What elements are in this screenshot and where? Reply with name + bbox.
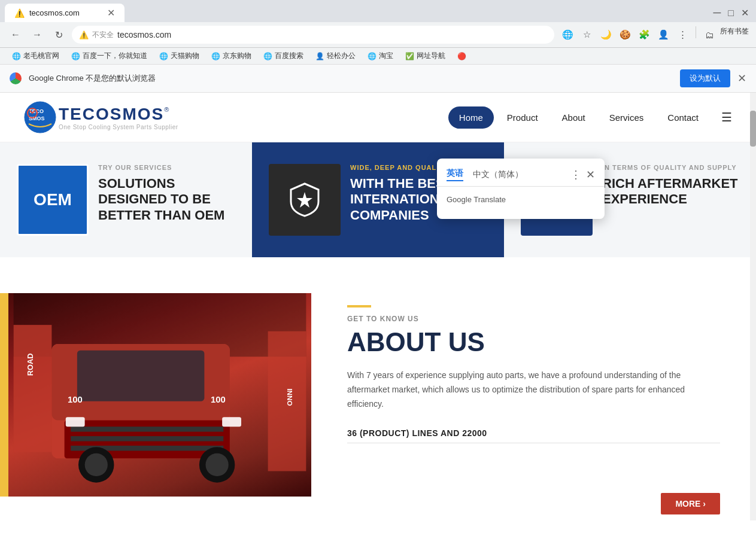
stat-text: 36 (PRODUCT) LINES AND 22000 — [347, 428, 487, 438]
notification-bar: Google Chrome 不是您的默认浏览器 设为默认 ✕ — [0, 65, 756, 93]
truck-image: ROAD 100 100 INNO — [8, 293, 311, 497]
bookmark-icon-office: 👤 — [315, 52, 324, 60]
minimize-icon[interactable]: ─ — [711, 4, 724, 22]
tab-bar: ⚠️ tecosmos.com ✕ ─ □ ✕ — [0, 0, 756, 22]
site-header: TECO SMOS TECOSMOS ® One Stop Cooling Sy… — [0, 93, 756, 142]
section-label-about: GET TO KNOW US — [347, 315, 720, 323]
svg-text:SMOS: SMOS — [29, 115, 45, 121]
svg-text:100: 100 — [68, 395, 83, 404]
svg-rect-9 — [77, 351, 205, 401]
tab-close-button[interactable]: ✕ — [107, 7, 115, 19]
translate-popup: 英语 中文（简体） ⋮ ✕ Google Translate — [437, 159, 605, 219]
about-image-side: ROAD 100 100 INNO — [0, 293, 311, 497]
feature-title-gear: RICH AFTERMARKET EXPERIENCE — [602, 176, 739, 208]
about-title: ABOUT US — [347, 328, 720, 357]
logo-brand-text: TECOSMOS — [59, 105, 164, 124]
translate-body: Google Translate — [437, 187, 605, 212]
feature-label-oem: TRY OUR SERVICES — [98, 164, 235, 171]
svg-rect-11 — [71, 427, 223, 432]
browser-chrome: ⚠️ tecosmos.com ✕ ─ □ ✕ ← → ↻ ⚠️ 不安全 tec… — [0, 0, 756, 93]
bookmark-label-taobao: 淘宝 — [379, 51, 393, 61]
logo-text: TECOSMOS ® One Stop Cooling System Parts… — [59, 105, 178, 130]
svg-text:ROAD: ROAD — [25, 354, 34, 376]
svg-rect-12 — [71, 436, 223, 441]
nav-about[interactable]: About — [551, 106, 596, 129]
active-tab[interactable]: ⚠️ tecosmos.com ✕ — [5, 4, 125, 22]
svg-text:INNO: INNO — [286, 388, 294, 406]
url-text: tecosmos.com — [117, 30, 171, 39]
svg-point-17 — [85, 453, 108, 476]
chrome-logo — [10, 72, 22, 84]
translate-icon[interactable]: 🌐 — [559, 26, 576, 43]
svg-point-19 — [206, 453, 229, 476]
oem-icon-box: OEM — [17, 164, 89, 236]
scrollbar[interactable] — [750, 93, 756, 520]
features-section: OEM TRY OUR SERVICES SOLUTIONS DESIGNED … — [0, 142, 756, 257]
more-button[interactable]: MORE › — [661, 493, 720, 514]
logo-area: TECO SMOS TECOSMOS ® One Stop Cooling Sy… — [24, 101, 178, 133]
svg-marker-4 — [297, 192, 312, 208]
yellow-bar-accent — [0, 293, 8, 497]
bookmark-label-office: 轻松办公 — [327, 51, 356, 61]
hamburger-menu-icon[interactable]: ☰ — [721, 110, 732, 124]
bookmark-laomao[interactable]: 🌐 老毛桃官网 — [7, 50, 64, 62]
tab-security-icon: ⚠️ — [14, 8, 25, 18]
divider — [696, 26, 696, 38]
address-bar[interactable]: ⚠️ 不安全 tecosmos.com — [72, 26, 554, 44]
bookmark-label-baidu: 百度一下，你就知道 — [83, 51, 147, 61]
reload-button[interactable]: ↻ — [50, 26, 67, 43]
bookmark-adobe[interactable]: 🔴 — [453, 51, 471, 62]
back-button[interactable]: ← — [7, 26, 24, 43]
close-window-icon[interactable]: ✕ — [739, 5, 751, 21]
forward-button[interactable]: → — [29, 26, 45, 43]
page-wrapper: 英语 中文（简体） ⋮ ✕ Google Translate TECO SMOS — [0, 93, 756, 520]
translate-lang-english[interactable]: 英语 — [447, 168, 463, 181]
bookmark-label-jd: 京东购物 — [223, 51, 251, 61]
notification-text: Google Chrome 不是您的默认浏览器 — [29, 73, 673, 84]
nav-services[interactable]: Services — [599, 106, 655, 129]
about-image-container: ROAD 100 100 INNO — [0, 293, 311, 497]
cookie-icon[interactable]: 🍪 — [617, 26, 633, 43]
bookmarks-folder-icon[interactable]: 🗂 — [701, 26, 718, 43]
security-warning-icon: ⚠️ — [79, 31, 89, 39]
bookmark-nav[interactable]: ✅ 网址导航 — [400, 50, 450, 62]
profile-icon[interactable]: 👤 — [655, 26, 672, 43]
logo-icon: TECO SMOS — [24, 101, 56, 133]
translate-more-icon[interactable]: ⋮ — [570, 168, 581, 181]
translate-lang-chinese[interactable]: 中文（简体） — [473, 169, 523, 180]
nav-contact[interactable]: Contact — [657, 106, 709, 129]
moon-icon[interactable]: 🌙 — [597, 26, 614, 43]
nav-bar: ← → ↻ ⚠️ 不安全 tecosmos.com 🌐 ☆ 🌙 🍪 🧩 👤 ⋮ … — [0, 22, 756, 48]
nav-menu: Home Product About Services Contact ☰ — [448, 106, 732, 129]
bookmark-jd[interactable]: 🌐 京东购物 — [207, 50, 256, 62]
set-default-button[interactable]: 设为默认 — [680, 69, 730, 87]
extension-icon[interactable]: 🧩 — [636, 26, 652, 43]
nav-product[interactable]: Product — [496, 106, 549, 129]
nav-home[interactable]: Home — [448, 106, 494, 129]
translate-powered-label: Google Translate — [447, 195, 506, 204]
feature-label-gear: IN TERMS OF QUALITY AND SUPPLY — [602, 164, 739, 171]
bookmark-tmall[interactable]: 🌐 天猫购物 — [154, 50, 204, 62]
bookmark-star-icon[interactable]: ☆ — [578, 26, 595, 43]
close-notification-button[interactable]: ✕ — [737, 72, 746, 85]
about-section: ROAD 100 100 INNO GET TO KNOW US — [0, 257, 756, 520]
more-menu-icon[interactable]: ⋮ — [674, 26, 691, 43]
bookmark-office[interactable]: 👤 轻松办公 — [311, 50, 360, 62]
logo-image[interactable]: TECO SMOS TECOSMOS ® One Stop Cooling Sy… — [24, 101, 178, 133]
about-description: With 7 years of experience supplying aut… — [347, 369, 720, 411]
feature-text-gear: IN TERMS OF QUALITY AND SUPPLY RICH AFTE… — [602, 164, 739, 208]
scroll-thumb[interactable] — [750, 111, 756, 147]
all-bookmarks-label[interactable]: 所有书签 — [720, 26, 749, 43]
bookmark-icon-jd: 🌐 — [211, 52, 220, 60]
svg-rect-14 — [66, 417, 85, 427]
bookmark-taobao[interactable]: 🌐 淘宝 — [363, 50, 398, 62]
bookmarks-bar: 🌐 老毛桃官网 🌐 百度一下，你就知道 🌐 天猫购物 🌐 京东购物 🌐 百度搜索… — [0, 48, 756, 65]
stat-line: 36 (PRODUCT) LINES AND 22000 — [347, 428, 720, 443]
translate-close-button[interactable]: ✕ — [586, 168, 595, 181]
bookmark-icon-baidu-search: 🌐 — [263, 52, 272, 60]
bookmark-baidu[interactable]: 🌐 百度一下，你就知道 — [66, 50, 152, 62]
maximize-icon[interactable]: □ — [725, 5, 736, 21]
bookmark-label-nav: 网址导航 — [417, 51, 445, 61]
bookmark-baidu-search[interactable]: 🌐 百度搜索 — [259, 50, 308, 62]
shield-icon-box — [269, 164, 341, 236]
